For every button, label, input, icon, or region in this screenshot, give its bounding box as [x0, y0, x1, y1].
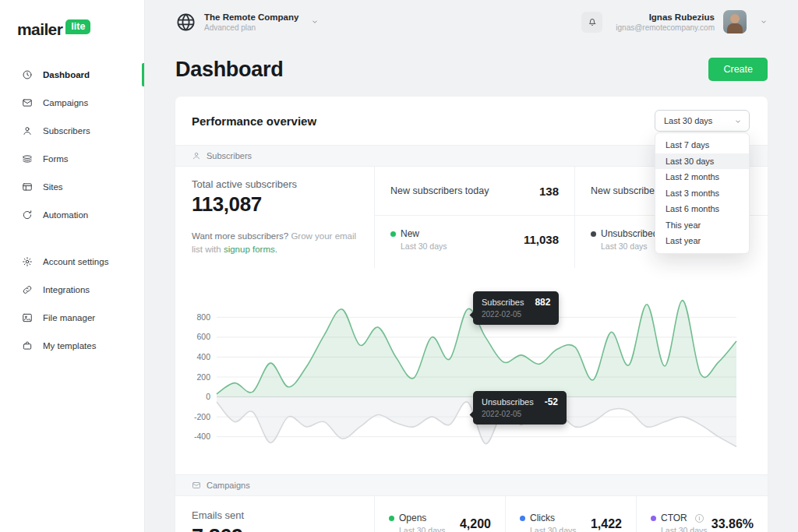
tooltip-date: 2022-02-05	[482, 310, 550, 319]
logo-lite-badge: lite	[65, 19, 90, 34]
new-legend-dot	[390, 231, 396, 237]
clicks-period: Last 30 days	[530, 526, 577, 532]
new-legend-period: Last 30 days	[401, 241, 447, 251]
range-option-last-3-months[interactable]: Last 3 months	[655, 185, 749, 202]
ctor-period: Last 30 days	[661, 526, 708, 532]
total-subscribers-cell: Total active subscribers 113,087 Want mo…	[175, 167, 374, 268]
subscribers-icon	[192, 151, 201, 160]
clicks-label: Clicks	[530, 513, 555, 523]
sidebar-item-label: Account settings	[43, 257, 108, 266]
create-button[interactable]: Create	[708, 58, 768, 81]
app-window: mailer lite DashboardCampaignsSubscriber…	[0, 0, 798, 532]
card-title: Performance overview	[192, 115, 316, 128]
new-subscribers-column: New subscribers today 138 New Last 30 da…	[374, 167, 574, 268]
file-manager-icon	[22, 312, 33, 323]
signup-forms-link[interactable]: signup forms.	[224, 245, 277, 254]
svg-text:200: 200	[196, 372, 210, 381]
clicks-stat-cell: ClicksLast 30 days1,422	[505, 496, 636, 532]
sidebar-item-forms[interactable]: Forms	[0, 145, 144, 173]
new-last-30-days-row: New Last 30 days 11,038	[375, 215, 574, 263]
sidebar-primary-nav: DashboardCampaignsSubscribersFormsSitesA…	[0, 61, 144, 229]
sidebar-item-label: Sites	[43, 182, 63, 192]
chevron-down-icon	[734, 118, 742, 125]
subscribers-section-label: Subscribers	[207, 151, 252, 160]
range-option-last-year[interactable]: Last year	[655, 233, 749, 249]
signup-forms-promo: Want more subscribers? Grow your email l…	[192, 230, 358, 257]
user-email: ignas@remotecompany.com	[616, 23, 715, 32]
campaigns-section-header: Campaigns	[175, 474, 768, 496]
unsubscribed-legend-period: Last 30 days	[601, 241, 658, 251]
sidebar-item-my-templates[interactable]: My templates	[0, 332, 144, 360]
company-globe-icon	[175, 12, 196, 33]
user-menu: Ignas Rubezius ignas@remotecompany.com	[581, 10, 768, 33]
user-avatar[interactable]	[723, 10, 747, 33]
new-last-30-days-value: 11,038	[524, 233, 559, 246]
total-subscribers-value: 113,087	[192, 192, 358, 217]
sidebar-item-label: File manager	[43, 313, 95, 322]
unsubscribed-legend-label: Unsubscribed	[601, 228, 658, 239]
logo-text: mailer	[17, 20, 62, 39]
clicks-dot	[520, 516, 525, 521]
date-range-dropdown: Last 7 daysLast 30 daysLast 2 monthsLast…	[655, 132, 750, 254]
sidebar-item-dashboard[interactable]: Dashboard	[0, 61, 144, 89]
area-chart: 8006004002000-200-400	[175, 268, 768, 474]
dashboard-icon	[22, 69, 33, 80]
sidebar-item-campaigns[interactable]: Campaigns	[0, 89, 144, 117]
campaigns-icon	[192, 481, 201, 490]
svg-text:0: 0	[206, 392, 210, 401]
range-option-last-7-days[interactable]: Last 7 days	[655, 137, 749, 153]
svg-text:-200: -200	[194, 411, 210, 421]
forms-icon	[22, 153, 33, 164]
subscribers-chart[interactable]: 8006004002000-200-400 Subscribes 882 202…	[175, 268, 768, 474]
ctor-value: 33.86%	[711, 517, 754, 531]
chevron-down-icon	[311, 18, 319, 26]
company-switcher[interactable]: The Remote Company Advanced plan	[175, 12, 319, 33]
date-range-select[interactable]: Last 30 days	[655, 110, 750, 132]
new-subscribers-today-row: New subscribers today 138	[375, 167, 574, 215]
info-icon[interactable]: i	[695, 514, 704, 523]
sidebar-item-label: Campaigns	[43, 98, 88, 107]
tooltip-series-name: Unsubscribes	[482, 397, 534, 407]
range-option-last-30-days[interactable]: Last 30 days	[655, 153, 749, 170]
range-option-this-year[interactable]: This year	[655, 217, 749, 234]
sidebar-item-account-settings[interactable]: Account settings	[0, 248, 144, 276]
sidebar: mailer lite DashboardCampaignsSubscriber…	[0, 0, 145, 532]
page-title: Dashboard	[175, 58, 283, 82]
emails-sent-value: 7,869	[192, 525, 358, 532]
tooltip-value: -52	[545, 396, 558, 407]
range-option-last-6-months[interactable]: Last 6 months	[655, 201, 749, 217]
unsubscribes-tooltip: Unsubscribes -52 2022-02-05	[473, 391, 567, 425]
automation-icon	[22, 210, 33, 220]
emails-sent-cell: Emails sent 7,869	[175, 496, 374, 532]
range-option-last-2-months[interactable]: Last 2 months	[655, 169, 749, 185]
user-name: Ignas Rubezius	[616, 12, 715, 22]
sidebar-item-label: Subscribers	[43, 126, 90, 136]
templates-icon	[22, 340, 33, 351]
notifications-button[interactable]	[581, 12, 602, 33]
mailerlite-logo[interactable]: mailer lite	[0, 0, 144, 39]
sidebar-item-automation[interactable]: Automation	[0, 201, 144, 229]
svg-text:600: 600	[196, 332, 210, 341]
tooltip-value: 882	[535, 297, 550, 308]
sidebar-item-integrations[interactable]: Integrations	[0, 276, 144, 304]
sidebar-item-subscribers[interactable]: Subscribers	[0, 117, 144, 145]
campaign-stats: Emails sent 7,869 OpensLast 30 days4,200…	[175, 496, 768, 532]
opens-stat-cell: OpensLast 30 days4,200	[374, 496, 505, 532]
sidebar-item-file-manager[interactable]: File manager	[0, 304, 144, 332]
topbar: The Remote Company Advanced plan Ignas R…	[145, 0, 798, 44]
opens-label: Opens	[399, 513, 426, 523]
clicks-value: 1,422	[591, 517, 622, 531]
settings-icon	[22, 256, 33, 267]
performance-overview-card: Performance overview Last 30 days Subscr…	[175, 97, 768, 532]
campaigns-icon	[22, 97, 33, 108]
bell-icon	[587, 16, 598, 27]
emails-sent-label: Emails sent	[192, 509, 358, 521]
tooltip-series-name: Subscribes	[482, 298, 524, 307]
chevron-down-icon[interactable]	[760, 18, 768, 26]
subscribers-icon	[22, 125, 33, 136]
sidebar-item-sites[interactable]: Sites	[0, 173, 144, 201]
integrations-icon	[22, 284, 33, 295]
company-plan: Advanced plan	[204, 23, 298, 32]
ctor-label: CTOR	[661, 513, 687, 523]
new-subscribers-today-value: 138	[539, 185, 559, 198]
